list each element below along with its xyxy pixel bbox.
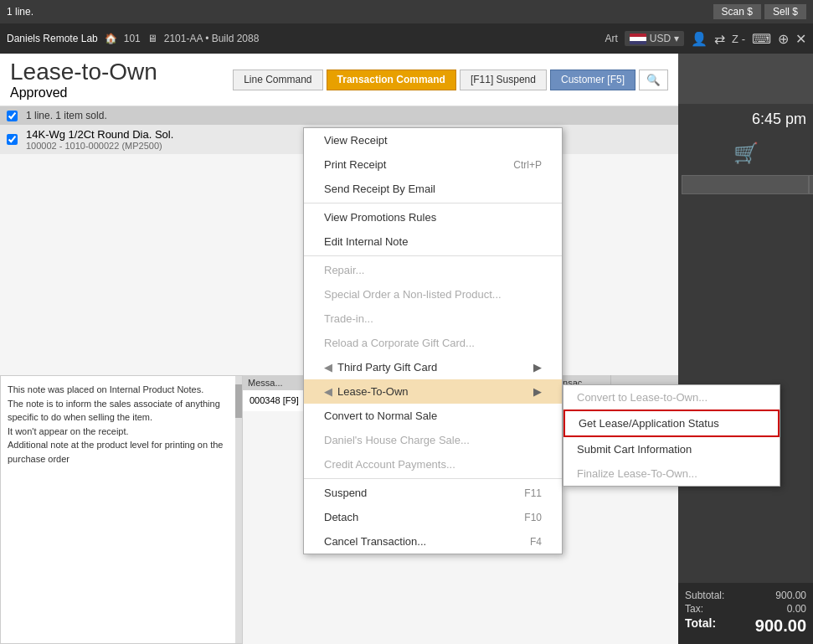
line-command-button[interactable]: Line Command	[233, 70, 322, 90]
menu-reload-gift: Reload a Corporate Gift Card...	[304, 331, 562, 355]
currency-selector[interactable]: USD ▾	[625, 31, 684, 46]
terminal-icon: 🖥	[147, 33, 157, 44]
add-icon[interactable]: ⊕	[778, 31, 789, 47]
shortcut-detach: F10	[524, 512, 542, 523]
header-bar: Daniels Remote Lab 🏠 101 🖥 2101-AA • Bui…	[0, 23, 813, 54]
menu-view-promos[interactable]: View Promotions Rules	[304, 205, 562, 229]
arrow-left-icon: ◀	[324, 361, 332, 374]
menu-send-email[interactable]: Send Receipt By Email	[304, 177, 562, 201]
scrollbar-thumb[interactable]	[235, 384, 242, 418]
transaction-summary: 1 line. 1 item sold.	[0, 106, 678, 125]
submenu-convert-lease: Convert to Lease-to-Own...	[563, 385, 780, 410]
right-panel-image-area	[678, 54, 813, 104]
lease-arrow-icon: ◀	[324, 385, 332, 398]
menu-view-receipt[interactable]: View Receipt	[304, 128, 562, 152]
item-sku: 100002 - 1010-000022 (MP2500)	[26, 141, 173, 151]
suspend-button[interactable]: [F11] Suspend	[460, 70, 547, 90]
close-icon[interactable]: ✕	[795, 31, 806, 47]
currency-label: USD	[650, 33, 671, 44]
total-label: Total:	[685, 616, 716, 636]
store-number: 101	[124, 33, 141, 44]
toolbar: Line Command Transaction Command [F11] S…	[233, 70, 668, 90]
z-label: Z -	[732, 33, 745, 45]
menu-lease-to-own[interactable]: ◀ Lease-To-Own ▶	[304, 379, 562, 404]
art-label: Art	[605, 33, 617, 44]
flag-icon	[630, 33, 646, 44]
app-title: Lease-to-Own	[10, 59, 157, 85]
item-details: 14K-Wg 1/2Ct Round Dia. Sol. 100002 - 10…	[26, 128, 173, 151]
menu-third-party-gift[interactable]: ◀ Third Party Gift Card ▶	[304, 355, 562, 379]
app-title-bar: Lease-to-Own Approved Line Command Trans…	[0, 54, 678, 106]
keyboard-icon[interactable]: ⌨	[752, 31, 771, 47]
grand-total-row: Total: 900.00	[685, 616, 806, 636]
subtotal-value: 900.00	[775, 590, 806, 601]
house-icon: 🏠	[105, 33, 117, 44]
sell-button[interactable]: Sell $	[764, 4, 806, 19]
summary-checkbox[interactable]	[7, 111, 18, 121]
menu-detach[interactable]: Detach F10	[304, 505, 562, 529]
line-count-label: 1 line.	[7, 6, 713, 18]
menu-convert-normal[interactable]: Convert to Normal Sale	[304, 404, 562, 428]
user-icon[interactable]: 👤	[691, 31, 708, 47]
subtotal-row: Subtotal: 900.00	[685, 590, 806, 601]
notes-scrollbar[interactable]	[235, 376, 242, 643]
terminal-info: 2101-AA • Build 2088	[164, 33, 260, 44]
submenu-submit-cart[interactable]: Submit Cart Information	[563, 437, 780, 461]
right-panel: 6:45 pm 🛒 🔍 Subtotal: 900.00 Tax: 0.00 T…	[678, 54, 813, 644]
item-name: 14K-Wg 1/2Ct Round Dia. Sol.	[26, 128, 173, 141]
menu-house-charge: Daniel's House Charge Sale...	[304, 428, 562, 452]
shortcut-suspend: F11	[524, 487, 542, 499]
search-area: 🔍	[678, 172, 813, 198]
notes-panel: This note was placed on Internal Product…	[0, 375, 243, 644]
scan-button[interactable]: Scan $	[713, 4, 761, 19]
shortcut-print: Ctrl+P	[513, 159, 542, 171]
item-checkbox[interactable]	[7, 134, 18, 145]
time-display: 6:45 pm	[678, 104, 813, 135]
separator-2	[304, 255, 562, 256]
lease-submenu: Convert to Lease-to-Own... Get Lease/App…	[563, 384, 780, 487]
right-search-button[interactable]: 🔍	[809, 175, 813, 194]
total-value: 900.00	[755, 616, 806, 636]
tax-value: 0.00	[787, 603, 806, 615]
app-title-group: Lease-to-Own Approved	[10, 59, 157, 100]
subtotal-label: Subtotal:	[685, 590, 724, 601]
submenu-arrow-icon: ▶	[533, 361, 542, 374]
submenu-finalize-lease: Finalize Lease-To-Own...	[563, 461, 780, 486]
menu-suspend[interactable]: Suspend F11	[304, 481, 562, 505]
notes-content: This note was placed on Internal Product…	[8, 383, 235, 466]
tax-label: Tax:	[685, 603, 703, 615]
main-content: Lease-to-Own Approved Line Command Trans…	[0, 54, 813, 644]
customer-button[interactable]: Customer [F5]	[550, 70, 635, 90]
lease-submenu-arrow-icon: ▶	[533, 385, 542, 398]
right-panel-top: 6:45 pm 🛒 🔍	[678, 54, 813, 583]
top-bar: 1 line. Scan $ Sell $	[0, 0, 813, 23]
separator-1	[304, 203, 562, 204]
transaction-command-button[interactable]: Transaction Command	[327, 70, 456, 90]
transfer-icon[interactable]: ⇄	[714, 31, 725, 47]
cart-icon: 🛒	[678, 135, 813, 172]
search-button[interactable]: 🔍	[639, 70, 668, 90]
menu-trade-in: Trade-in...	[304, 307, 562, 331]
tax-row: Tax: 0.00	[685, 603, 806, 615]
chevron-down-icon: ▾	[674, 33, 679, 44]
item-number: 000348 [F9]	[250, 395, 299, 406]
menu-credit-account: Credit Account Payments...	[304, 452, 562, 477]
transaction-menu: View Receipt Print Receipt Ctrl+P Send R…	[303, 127, 563, 554]
menu-cancel-transaction[interactable]: Cancel Transaction... F4	[304, 529, 562, 554]
menu-print-receipt[interactable]: Print Receipt Ctrl+P	[304, 152, 562, 177]
shortcut-cancel: F4	[530, 536, 542, 548]
menu-repair: Repair...	[304, 258, 562, 282]
app-status: Approved	[10, 85, 157, 100]
menu-edit-note[interactable]: Edit Internal Note	[304, 229, 562, 254]
totals-area: Subtotal: 900.00 Tax: 0.00 Total: 900.00	[678, 583, 813, 644]
submenu-get-lease-status[interactable]: Get Lease/Application Status	[563, 410, 780, 437]
transaction-summary-label: 1 line. 1 item sold.	[26, 110, 107, 121]
lab-name: Daniels Remote Lab	[7, 33, 98, 44]
menu-special-order: Special Order a Non-listed Product...	[304, 282, 562, 307]
right-search-input[interactable]	[682, 175, 809, 194]
separator-3	[304, 478, 562, 479]
left-panel: Lease-to-Own Approved Line Command Trans…	[0, 54, 678, 644]
